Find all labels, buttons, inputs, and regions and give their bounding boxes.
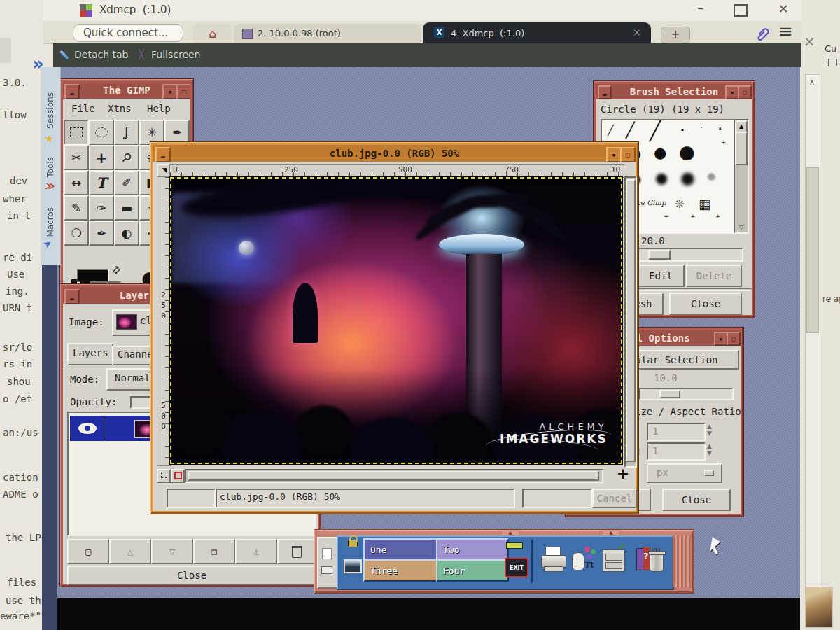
rect-select-icon	[70, 127, 83, 137]
lower-layer-button[interactable]: ▽	[151, 539, 193, 564]
sidebar-item-sessions[interactable]: Sessions	[46, 92, 55, 129]
height-field[interactable]: 1	[647, 442, 706, 461]
close-button[interactable]: ✕	[774, 1, 792, 20]
new-layer-button[interactable]: ▢	[67, 539, 109, 564]
paperclip-icon[interactable]	[755, 25, 770, 42]
window-menu-button[interactable]: ▂	[155, 147, 171, 162]
tool-color-picker[interactable]: ✐	[114, 170, 139, 195]
panel-right-handle[interactable]	[673, 536, 691, 587]
menu-help[interactable]: Help	[147, 103, 171, 114]
brush-plus-mark: +	[690, 213, 696, 220]
new-tab-button[interactable]: +	[661, 27, 690, 43]
sidebar-item-macros[interactable]: Macros	[46, 207, 55, 237]
sidebar-item-tools[interactable]: Tools	[46, 157, 55, 178]
tool-paintbrush[interactable]: ✑	[89, 195, 114, 220]
h-scrollbar-thumb[interactable]	[188, 471, 599, 481]
fullscreen-button[interactable]: Fullscreen	[151, 49, 200, 60]
workspace-button-three[interactable]: Three	[363, 559, 442, 582]
window-minimize-button[interactable]: ▪	[162, 84, 178, 99]
window-maximize-button[interactable]: ▢	[727, 332, 741, 346]
nav-preview-button[interactable]: +	[613, 466, 633, 483]
tab-xdmcp-active[interactable]: X 4. Xdmcp (:1.0) ×	[423, 22, 651, 43]
workspace-button-one[interactable]: One	[363, 538, 442, 561]
tab-close-icon[interactable]: ×	[633, 27, 641, 38]
panel-left-slot[interactable]	[317, 537, 338, 589]
height-spinner[interactable]: ▲▼	[707, 442, 712, 456]
radius-slider[interactable]	[638, 388, 734, 400]
window-menu-button[interactable]: ▂	[64, 84, 80, 99]
tab-remote-session[interactable]: 2. 10.0.0.98 (root)	[234, 24, 421, 43]
window-menu-button[interactable]: ▂	[64, 289, 80, 304]
window-maximize-button[interactable]: ▢	[620, 147, 636, 162]
style-manager-icon[interactable]: Tt	[570, 545, 598, 575]
delete-layer-button[interactable]	[277, 539, 316, 564]
tool-bezier-select[interactable]: ✒	[164, 120, 190, 145]
image-titlebar[interactable]: club.jpg-0.0 (RGB) 50% ▂ ▪ ▢	[153, 145, 636, 162]
tab-home[interactable]: ⌂	[193, 24, 232, 43]
tool-ellipse-select[interactable]	[89, 120, 114, 145]
window-menu-button[interactable]: ▂	[598, 85, 612, 99]
tool-convolve[interactable]: ❍	[64, 220, 89, 246]
tool-options-close-button[interactable]: Close	[662, 489, 731, 511]
canvas[interactable]: ALCHEMY IMAGEWORKS	[169, 176, 623, 465]
tool-scissors[interactable]: ✂	[64, 145, 89, 170]
unit-dropdown[interactable]: px	[647, 463, 722, 483]
qmask-off-button[interactable]	[157, 469, 171, 483]
scroll-down-button[interactable]: ▽	[736, 223, 746, 232]
v-scrollbar-thumb[interactable]	[626, 179, 636, 462]
maximize-button[interactable]	[734, 4, 748, 17]
v-scrollbar[interactable]	[624, 176, 637, 468]
tool-magnify[interactable]: ⚲	[114, 145, 139, 170]
menu-xtns[interactable]: Xtns	[108, 103, 132, 114]
minimize-button[interactable]: –	[692, 0, 710, 18]
tool-fuzzy-select[interactable]: ✳	[139, 120, 164, 145]
spacing-slider[interactable]	[634, 248, 743, 262]
detach-tab-button[interactable]: Detach tab	[74, 49, 128, 60]
window-minimize-button[interactable]: ▪	[714, 332, 728, 346]
delete-brush-button[interactable]: Delete	[686, 265, 742, 287]
brush-titlebar[interactable]: Brush Selection ▂ ▪ ▢	[596, 84, 752, 99]
qmask-on-icon	[174, 472, 182, 479]
tool-free-select[interactable]: ʆ	[114, 120, 139, 145]
tool-rect-select[interactable]	[64, 120, 89, 145]
brush-close-button[interactable]: Close	[669, 293, 742, 315]
screen-icon[interactable]	[344, 559, 362, 573]
menu-file[interactable]: File	[71, 103, 95, 114]
edit-brush-button[interactable]: Edit	[637, 265, 685, 287]
tool-move[interactable]: +	[89, 145, 114, 170]
cancel-button[interactable]: Cancel	[592, 489, 637, 508]
printer-icon[interactable]	[540, 547, 566, 573]
tool-ink[interactable]: ✒	[89, 220, 114, 246]
anchor-layer-button[interactable]: ⚓	[235, 539, 277, 564]
width-field[interactable]: 1	[647, 423, 706, 441]
spacing-slider-thumb[interactable]	[648, 250, 671, 260]
window-maximize-button[interactable]: ▢	[738, 85, 752, 99]
tool-eraser[interactable]: ▬	[114, 195, 139, 220]
tool-pencil[interactable]: ✎	[64, 195, 89, 220]
tool-text[interactable]: T	[89, 170, 114, 195]
window-minimize-button[interactable]: ▪	[725, 85, 739, 99]
width-spinner[interactable]: ▲▼	[707, 423, 712, 437]
swap-colors-icon[interactable]: ⇄	[108, 262, 124, 278]
hamburger-menu-icon[interactable]: ≡	[778, 21, 793, 41]
duplicate-layer-button[interactable]: ❐	[193, 539, 235, 564]
radius-slider-thumb[interactable]	[659, 390, 680, 398]
app-drawer-icon[interactable]	[601, 547, 626, 573]
workspace-button-four[interactable]: Four	[436, 559, 509, 582]
quick-connect-input[interactable]: Quick connect...	[73, 24, 183, 42]
scissors-icon: ✂	[71, 150, 81, 164]
raise-layer-button[interactable]: △	[109, 539, 151, 564]
tool-dodge-burn[interactable]: ◐	[114, 220, 139, 246]
window-maximize-button[interactable]: ▢	[176, 84, 190, 99]
trash-bin-icon[interactable]	[647, 548, 666, 573]
toolbox-titlebar[interactable]: The GIMP ▂ ▪ ▢	[63, 82, 190, 99]
brush-scrollbar[interactable]: ▲ ▽	[734, 119, 749, 234]
window-minimize-button[interactable]: ▪	[606, 147, 622, 162]
h-scrollbar[interactable]	[185, 469, 603, 483]
workspace-button-two[interactable]: Two	[436, 538, 509, 561]
qmask-on-button[interactable]	[171, 469, 185, 483]
layers-close-button[interactable]: Close	[67, 566, 316, 585]
scrollbar-thumb[interactable]	[735, 132, 748, 165]
tool-flip[interactable]: ↔	[64, 170, 89, 195]
exit-button[interactable]: EXIT	[505, 558, 528, 578]
